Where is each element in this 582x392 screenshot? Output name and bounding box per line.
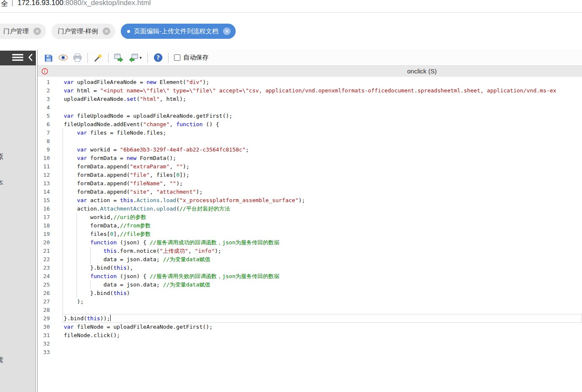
line-number: 23 <box>38 264 50 272</box>
preview-eye-icon[interactable] <box>58 53 68 63</box>
toolbar-separator <box>168 53 169 63</box>
tab-1[interactable]: 门户管理✕ <box>0 24 46 39</box>
address-separator: | <box>8 0 17 7</box>
line-number: 20 <box>38 238 50 247</box>
url-path: :8080/x_desktop/index.html <box>63 0 151 7</box>
tab-3[interactable]: 页面编辑-上传文件到流程文档✕ <box>121 24 236 39</box>
code-line: 7 var files = fileNode.files; <box>38 129 582 137</box>
line-number: 31 <box>38 331 50 340</box>
code-text: var uploadFileAreaNode = new Element("di… <box>50 78 582 87</box>
line-number: 29 <box>38 314 50 323</box>
info-icon[interactable] <box>41 68 48 75</box>
tab-close-icon[interactable]: ✕ <box>33 27 41 35</box>
code-text: formData.append("extraParam", ""); <box>50 162 582 171</box>
tab-label: 门户管理 <box>3 27 29 35</box>
security-label-fragment: 全 <box>1 0 8 8</box>
line-number: 7 <box>38 129 50 137</box>
code-text: }.bind(this) <box>50 289 582 297</box>
code-line: 5var fileUploadNode = uploadFileAreaNode… <box>38 112 582 120</box>
svg-text:?: ? <box>156 54 160 61</box>
editor-title-bar: onclick (S) <box>38 65 582 77</box>
sidebar: 原 本 素 <box>0 50 37 392</box>
screen: 全 | 172.16.93.100 :8080/x_desktop/index.… <box>0 0 582 392</box>
code-line: 28 <box>38 306 582 314</box>
tab-close-icon[interactable]: ✕ <box>223 27 231 35</box>
editor-toolbar: ▾ ? 自动保存 <box>38 50 582 65</box>
line-number: 19 <box>38 230 50 238</box>
code-line: 13 formData.append("fileName", ""); <box>38 179 582 188</box>
editor-event-title: onclick (S) <box>407 68 437 75</box>
dropdown-arrow-icon[interactable]: ▾ <box>139 55 141 60</box>
save-button[interactable] <box>44 53 54 63</box>
code-text: formData,//from参数 <box>50 222 582 230</box>
line-number: 5 <box>38 112 50 120</box>
code-text: ); <box>50 297 582 306</box>
code-line: 15 var action = this.Actions.load("x_pro… <box>38 196 582 205</box>
toolbar-separator <box>87 53 88 63</box>
line-number: 8 <box>38 137 50 146</box>
tab-close-icon[interactable]: ✕ <box>103 27 110 35</box>
sidebar-panel[interactable]: 原 本 素 <box>0 65 36 392</box>
code-text: fileNode.click(); <box>50 331 582 340</box>
line-number: 10 <box>38 154 50 162</box>
code-line: 11 formData.append("extraParam", ""); <box>38 162 582 171</box>
code-line: 3uploadFileAreaNode.set("html", html); <box>38 95 582 103</box>
code-text: fileUploadNode.addEvent("change", functi… <box>50 120 582 129</box>
script-wizard-icon[interactable] <box>93 53 103 63</box>
tab-2[interactable]: 门户管理-样例✕ <box>52 24 115 39</box>
code-line: 18 formData,//from参数 <box>38 222 582 230</box>
line-number: 21 <box>38 247 50 255</box>
code-text <box>50 137 582 146</box>
code-text: data = json.data; //为变量data赋值 <box>50 255 582 264</box>
line-number: 30 <box>38 323 50 331</box>
line-number: 2 <box>38 87 50 95</box>
main-area: 原 本 素 <box>0 50 582 392</box>
active-tab-dot-icon <box>127 30 130 33</box>
code-line: 1var uploadFileAreaNode = new Element("d… <box>38 78 582 87</box>
tab-label: 门户管理-样例 <box>58 27 98 35</box>
import-button[interactable]: ▾ <box>128 53 142 63</box>
code-line: 20 function (json) { //服务调用成功的回调函数，json为… <box>38 238 582 247</box>
code-text <box>50 348 582 357</box>
line-number: 17 <box>38 213 50 222</box>
code-line: 4 <box>38 103 582 112</box>
line-number: 25 <box>38 281 50 289</box>
tab-label: 页面编辑-上传文件到流程文档 <box>134 27 218 35</box>
code-text: }.bind(this), <box>50 264 582 272</box>
sidebar-clipped-label-3: 素 <box>0 355 3 365</box>
code-text: var action = this.Actions.load("x_proces… <box>50 196 582 205</box>
code-text: formData.append("fileName", ""); <box>50 179 582 188</box>
code-line: 8 <box>38 137 582 146</box>
code-text: var html = "<input name=\"file\" type=\"… <box>50 87 582 95</box>
collapse-left-icon[interactable] <box>27 53 33 63</box>
line-number: 12 <box>38 171 50 179</box>
code-text: function (json) { //服务调用成功的回调函数，json为服务传… <box>50 238 582 247</box>
text-cursor <box>110 315 111 321</box>
code-line: 29}.bind(this)); <box>38 314 582 323</box>
url-host: 172.16.93.100 <box>17 0 63 7</box>
line-number: 24 <box>38 272 50 281</box>
autosave-label: 自动保存 <box>183 54 209 62</box>
code-text: var workid = "6b6ae3b3-329f-4e4f-ab22-c3… <box>50 146 582 154</box>
help-button[interactable]: ? <box>153 53 163 63</box>
code-line: 6fileUploadNode.addEvent("change", funct… <box>38 120 582 129</box>
export-button[interactable] <box>114 53 124 63</box>
code-line: 19 files[0],//file参数 <box>38 230 582 238</box>
line-number: 13 <box>38 179 50 188</box>
code-line: 10 var formData = new FormData(); <box>38 154 582 162</box>
print-button[interactable] <box>72 53 82 63</box>
code-text: this.form.notice("上传成功", "info"); <box>50 247 582 255</box>
code-text: files[0],//file参数 <box>50 230 582 238</box>
code-editor[interactable]: 1var uploadFileAreaNode = new Element("d… <box>38 77 582 392</box>
code-text: formData.append("file", files[0]); <box>50 171 582 179</box>
address-bar[interactable]: 全 | 172.16.93.100 :8080/x_desktop/index.… <box>0 0 582 13</box>
toolbar-separator <box>108 53 109 63</box>
code-text: var formData = new FormData(); <box>50 154 582 162</box>
code-text: var files = fileNode.files; <box>50 129 582 137</box>
menu-icon[interactable] <box>12 54 23 63</box>
code-text: formData.append("site", "attachment"); <box>50 188 582 196</box>
code-line: 14 formData.append("site", "attachment")… <box>38 188 582 196</box>
autosave-checkbox[interactable] <box>174 54 180 61</box>
code-text: data = json.data; //为变量data赋值 <box>50 281 582 289</box>
autosave-toggle[interactable]: 自动保存 <box>174 54 209 62</box>
